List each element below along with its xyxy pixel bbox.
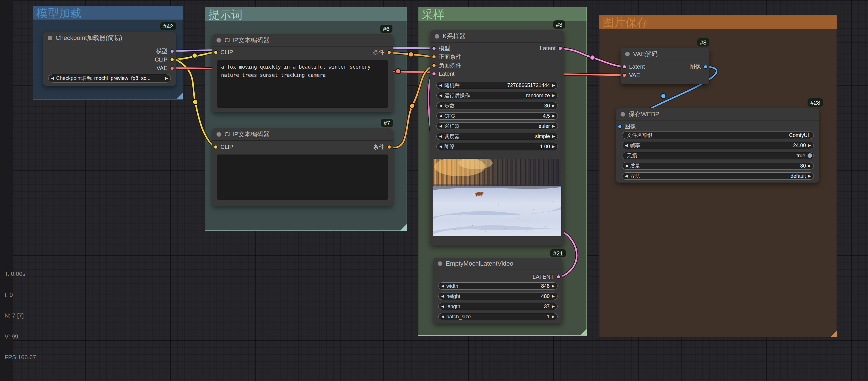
node-ksampler[interactable]: #3 K采样器 模型 正面条件 负面条件 Latent Latent ◀ 随机种 bbox=[430, 30, 564, 245]
stepper-left-icon[interactable]: ◀ bbox=[439, 143, 442, 150]
stepper-right-icon[interactable]: ▶ bbox=[165, 75, 168, 82]
widget-value[interactable]: 1.00 bbox=[540, 144, 550, 150]
comfyui-canvas[interactable]: 模型加载 提示词 采样 图片保存 T: 0.00s I: 0 N: 7 [7] … bbox=[0, 0, 868, 381]
stepper-left-icon[interactable]: ◀ bbox=[441, 282, 444, 290]
widget-seed[interactable]: ◀ 随机种 727686651721444 ▶ bbox=[436, 82, 558, 89]
collapse-dot-icon[interactable] bbox=[438, 262, 442, 266]
wire-dot[interactable] bbox=[590, 55, 595, 60]
widget-width[interactable]: ◀ width 848 ▶ bbox=[438, 282, 558, 290]
stepper-right-icon[interactable]: ▶ bbox=[552, 112, 555, 119]
stepper-left-icon[interactable]: ◀ bbox=[441, 313, 444, 320]
port-dot-vae[interactable] bbox=[170, 66, 174, 70]
widget-sampler-name[interactable]: ◀ 采样器 euler ▶ bbox=[436, 123, 558, 130]
node-empty-mochi-latent[interactable]: #21 EmptyMochiLatentVideo LATENT ◀ width… bbox=[433, 258, 562, 323]
node-header[interactable]: Checkpoint加载器(简易) bbox=[43, 32, 176, 44]
port-dot-clip[interactable] bbox=[214, 50, 218, 55]
widget-value[interactable]: 4.5 bbox=[543, 113, 550, 119]
stepper-right-icon[interactable]: ▶ bbox=[552, 102, 555, 109]
output-port-latent[interactable]: Latent bbox=[540, 45, 562, 51]
stepper-right-icon[interactable]: ▶ bbox=[552, 82, 555, 89]
port-dot-clip[interactable] bbox=[170, 58, 174, 62]
widget-value[interactable]: default bbox=[790, 173, 806, 179]
node-header[interactable]: CLIP文本编码器 bbox=[212, 129, 393, 141]
port-dot-cond[interactable] bbox=[432, 55, 436, 59]
wire-dot[interactable] bbox=[396, 69, 401, 74]
widget-quality[interactable]: ◀ 质量 80 ▶ bbox=[622, 162, 814, 170]
stepper-right-icon[interactable]: ▶ bbox=[552, 143, 555, 150]
port-dot-model[interactable] bbox=[432, 46, 436, 50]
wire-dot[interactable] bbox=[661, 94, 666, 99]
output-port-cond[interactable]: 条件 bbox=[373, 49, 391, 56]
widget-fps[interactable]: ◀ 帧率 24.00 ▶ bbox=[622, 142, 814, 149]
widget-batch-size[interactable]: ◀ batch_size 1 ▶ bbox=[438, 313, 558, 320]
port-dot-cond[interactable] bbox=[387, 145, 391, 149]
widget-length[interactable]: ◀ length 37 ▶ bbox=[438, 303, 558, 310]
node-clip-encode-positive[interactable]: #6 CLIP文本编码器 CLIP 条件 a fox moving quickl… bbox=[212, 34, 393, 112]
port-dot-image[interactable] bbox=[704, 65, 708, 69]
collapse-dot-icon[interactable] bbox=[621, 112, 625, 116]
widget-value[interactable]: euler bbox=[538, 123, 550, 129]
stepper-left-icon[interactable]: ◀ bbox=[439, 112, 442, 119]
widget-value[interactable]: 480 bbox=[541, 293, 550, 299]
node-header[interactable]: 保存WEBP bbox=[616, 108, 819, 120]
widget-value[interactable]: 24.00 bbox=[793, 143, 806, 148]
widget-value[interactable]: 727686651721444 bbox=[507, 82, 550, 89]
port-dot-clip[interactable] bbox=[214, 145, 218, 149]
stepper-left-icon[interactable]: ◀ bbox=[439, 123, 442, 130]
prompt-textarea[interactable] bbox=[217, 154, 388, 200]
stepper-left-icon[interactable]: ◀ bbox=[439, 92, 442, 99]
input-port-latent[interactable]: Latent bbox=[622, 63, 645, 70]
output-port-cond[interactable]: 条件 bbox=[373, 143, 391, 150]
stepper-right-icon[interactable]: ▶ bbox=[552, 313, 555, 320]
port-dot-vae[interactable] bbox=[622, 73, 626, 77]
port-dot-cond[interactable] bbox=[432, 63, 436, 67]
stepper-right-icon[interactable]: ▶ bbox=[808, 162, 811, 170]
output-port-model[interactable]: 模型 bbox=[156, 48, 174, 55]
collapse-dot-icon[interactable] bbox=[625, 52, 630, 57]
wire-dot[interactable] bbox=[410, 103, 415, 108]
stepper-left-icon[interactable]: ◀ bbox=[439, 82, 442, 89]
input-port-negative[interactable]: 负面条件 bbox=[432, 62, 461, 69]
node-clip-encode-negative[interactable]: #7 CLIP文本编码器 CLIP 条件 bbox=[212, 129, 393, 206]
stepper-right-icon[interactable]: ▶ bbox=[552, 133, 555, 140]
output-port-vae[interactable]: VAE bbox=[156, 65, 174, 71]
wire-dot[interactable] bbox=[192, 53, 197, 58]
stepper-left-icon[interactable]: ◀ bbox=[625, 172, 628, 180]
widget-scheduler[interactable]: ◀ 调度器 simple ▶ bbox=[436, 133, 558, 140]
node-header[interactable]: VAE解码 bbox=[621, 48, 709, 60]
port-dot-latent[interactable] bbox=[622, 65, 626, 69]
stepper-right-icon[interactable]: ▶ bbox=[552, 303, 555, 310]
collapse-dot-icon[interactable] bbox=[217, 132, 221, 137]
input-port-positive[interactable]: 正面条件 bbox=[432, 53, 461, 60]
widget-value[interactable]: 30 bbox=[544, 103, 550, 109]
stepper-right-icon[interactable]: ▶ bbox=[552, 123, 555, 130]
input-port-clip[interactable]: CLIP bbox=[214, 143, 233, 150]
widget-steps[interactable]: ◀ 步数 30 ▶ bbox=[436, 102, 558, 109]
collapse-dot-icon[interactable] bbox=[48, 36, 52, 40]
widget-control-after-generate[interactable]: ◀ 运行后操作 randomize ▶ bbox=[436, 92, 558, 99]
node-header[interactable]: K采样器 bbox=[430, 30, 564, 42]
widget-value[interactable]: 848 bbox=[541, 283, 550, 289]
input-port-clip[interactable]: CLIP bbox=[214, 49, 233, 56]
input-port-latent[interactable]: Latent bbox=[432, 70, 455, 77]
widget-method[interactable]: ◀ 方法 default ▶ bbox=[622, 172, 814, 180]
prompt-textarea[interactable]: a fox moving quickly in a beautiful wint… bbox=[217, 60, 388, 108]
port-dot-image[interactable] bbox=[618, 125, 622, 129]
wire-dot[interactable] bbox=[408, 52, 413, 57]
widget-value[interactable]: true bbox=[797, 153, 805, 159]
node-checkpoint-loader[interactable]: #42 Checkpoint加载器(简易) 模型 CLIP VAE ◀ Chec… bbox=[43, 32, 176, 86]
widget-value[interactable]: 1 bbox=[547, 314, 550, 320]
stepper-left-icon[interactable]: ◀ bbox=[625, 162, 628, 170]
stepper-right-icon[interactable]: ▶ bbox=[808, 172, 811, 180]
wire-dot[interactable] bbox=[193, 100, 198, 105]
widget-ckpt-name[interactable]: ◀ Checkpoint名称 mochi_preview_fp8_sc... ▶ bbox=[48, 74, 171, 82]
stepper-left-icon[interactable]: ◀ bbox=[51, 75, 54, 82]
widget-filename-prefix[interactable]: 文件名前缀 ComfyUI bbox=[622, 132, 814, 139]
widget-value[interactable]: randomize bbox=[526, 93, 550, 99]
toggle-knob-icon[interactable] bbox=[808, 153, 812, 158]
widget-height[interactable]: ◀ height 480 ▶ bbox=[438, 292, 558, 300]
stepper-right-icon[interactable]: ▶ bbox=[552, 292, 555, 300]
stepper-left-icon[interactable]: ◀ bbox=[441, 292, 444, 300]
node-vae-decode[interactable]: #8 VAE解码 Latent VAE 图像 bbox=[621, 48, 709, 84]
stepper-left-icon[interactable]: ◀ bbox=[439, 102, 442, 109]
